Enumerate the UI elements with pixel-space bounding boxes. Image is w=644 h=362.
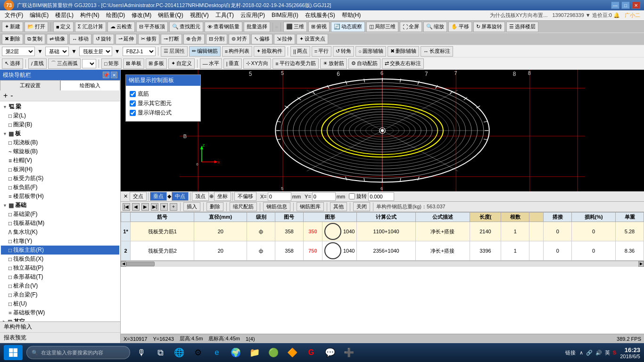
minimize-button[interactable]: — [611,1,619,9]
tree-item-slab-rebar-s[interactable]: □ 板受力筋(S) [1,174,119,183]
no-snap-button[interactable]: 不偏移 [234,192,256,201]
radial-button[interactable]: ☀ 放射筋 [320,58,347,69]
partial-3d-button[interactable]: ◫ 局部三维 [366,22,398,32]
taskbar-plus-icon[interactable]: ➕ [341,345,356,360]
rotate-button[interactable]: ↺ 旋转 [93,34,114,44]
multi-board-button[interactable]: ⊞ 多板 [146,58,167,69]
taskbar-chat-icon[interactable]: 💬 [322,345,338,360]
close-button[interactable]: ✕ [632,1,640,9]
menu-bim[interactable]: BIM应用(I) [269,10,301,20]
taskbar-orange-icon[interactable]: 🔶 [285,345,300,360]
scroll-left-button[interactable]: ◀ [121,261,126,267]
snap-vertex-button[interactable]: 垂点 [150,192,167,201]
element-type-select[interactable]: 筏板主筋 [79,47,112,56]
menu-edit[interactable]: 编辑(E) [27,10,51,20]
insert-button[interactable]: 插入 [183,202,200,211]
tray-arrow-icon[interactable]: ∧ [579,350,583,356]
rect-tool-button[interactable]: □ 矩形 [101,58,122,69]
mirror-button[interactable]: ⇌ 镜像 [47,34,68,44]
rotate-screen-button[interactable]: ↻ 屏幕旋转 [473,22,505,32]
tab-project-settings[interactable]: 工程设置 [0,80,60,90]
panel-pin-button[interactable]: 📌 [103,72,109,78]
tree-item-cap-beam[interactable]: □ 承台梁(F) [1,290,119,299]
level-button[interactable]: ⊟ 平齐板顶 [136,22,168,32]
tree-item-column-stump[interactable]: □ 柱墩(Y) [1,237,119,246]
tray-network-icon[interactable]: 🔗 [586,350,593,356]
align-button[interactable]: ⊜ 对齐 [229,34,250,44]
panel-close-button[interactable]: ✕ [111,72,117,78]
scroll-thumb-h[interactable] [126,262,155,266]
tree-item-standalone-foundation[interactable]: □ 独立基础(P) [1,263,119,272]
rebar-info-button[interactable]: 钢筋信息 [263,202,290,211]
pan-button[interactable]: ✋ 平移 [448,22,472,32]
nav-down-button[interactable]: ▼ [160,203,168,211]
arc-select[interactable] [82,59,96,68]
tree-group-beam[interactable]: ▼ 🏗 梁 [1,102,119,111]
merge-button[interactable]: ⊕ 合并 [183,34,205,44]
swap-mark-button[interactable]: ⇄ 交换左右标注 [382,58,424,69]
menu-file[interactable]: 文件(F) [2,10,26,20]
dynamic-view-button[interactable]: 🔄 动态观察 [331,22,365,32]
auto-button[interactable]: ⚙ 自动配筋 [348,58,380,69]
floor-select[interactable]: 第2层 [2,47,35,56]
vert-button[interactable]: | 垂直 [223,58,242,69]
nav-first-button[interactable]: |◀ [123,203,130,211]
rotate-input[interactable] [368,192,394,201]
tree-item-foundation-band[interactable]: = 基础板带(W) [1,308,119,317]
nav-add-button[interactable]: + [170,203,177,211]
open-button[interactable]: 📂 打开 [25,22,48,32]
tree-expand-button[interactable]: + [2,91,9,100]
menu-element[interactable]: 构件(N) [77,10,102,20]
set-vertex-button[interactable]: ✦ 设置夹点 [297,34,328,44]
menu-draw[interactable]: 绘图(D) [103,10,128,20]
rebar-lib-button[interactable]: 钢筋图库 [297,202,324,211]
snap-midpoint-button[interactable]: 中点 [172,192,189,201]
custom-button[interactable]: ✦ 自定义 [168,58,195,69]
tree-group-foundation[interactable]: ▼ ▦ 基础 [1,201,119,210]
single-board-button[interactable]: ⊠ 单板 [123,58,144,69]
parallel-button[interactable]: = 平行 [312,46,331,57]
move-button[interactable]: ↔ 移动 [69,34,91,44]
three-d-button[interactable]: ⬛ 三维 [283,22,307,32]
menu-help[interactable]: 帮助(H) [339,10,364,20]
tree-item-beam-l[interactable]: □ 梁(L) [1,111,119,120]
checkbox-show-others[interactable]: 显示其它图元 [130,99,197,107]
tree-item-raft-foundation[interactable]: □ 筏板基础(M) [1,219,119,228]
tree-item-column-cap[interactable]: ≡ 柱帽(V) [1,156,119,165]
view-button[interactable]: ⊞ 俯视 [308,22,330,32]
checkbox-show-formula[interactable]: 显示详细公式 [130,109,197,117]
x-input[interactable] [268,192,291,201]
tree-item-circle-beam[interactable]: □ 圈梁(B) [1,120,119,129]
tree-item-spiral-slab[interactable]: ~ 螺旋板(B) [1,147,119,156]
split-button[interactable]: ⊟ 分割 [206,34,227,44]
show-others-checkbox[interactable] [130,100,136,107]
nav-next-button[interactable]: ▶ [141,203,149,211]
taskbar-search[interactable]: 🔍 在这里输入你要搜索的内容 [26,346,130,359]
report-preview-button[interactable]: 报表预览 [0,333,120,344]
arc-tool-button[interactable]: ⌒ 三点画弧 [48,58,81,69]
tree-group-slab[interactable]: ▼ ▦ 板 [1,129,119,138]
length-mark-button[interactable]: ↔ 长度标注 [421,46,453,57]
snap-intersection-button[interactable]: 交点 [130,192,147,201]
taskbar-ie-icon[interactable]: 🌐 [172,345,187,360]
trim-button[interactable]: ✂ 修剪 [138,34,159,44]
tree-item-cast-slab[interactable]: □ 现浇板(B) [1,138,119,147]
define-button[interactable]: ■ 定义 [53,22,74,32]
batch-select-button[interactable]: 批量选择 [244,22,270,32]
taskbar-folder-icon[interactable]: 📁 [247,345,262,360]
tree-item-sump[interactable]: /\ 集水坑(K) [1,228,119,237]
tray-s-icon[interactable]: S [613,350,616,355]
parallel-dist-button[interactable]: ≡ 平行边布受力筋 [272,58,318,69]
tree-item-raft-neg-rebar[interactable]: □ 筏板负筋(X) [1,255,119,263]
table-hscrollbar[interactable]: ◀ ▶ [121,261,644,266]
tree-item-foundation-beam[interactable]: □ 基础梁(F) [1,210,119,219]
taskbar-settings-icon[interactable]: ⚙ [190,345,206,360]
snap-coord-button[interactable]: 坐标 [214,192,231,201]
element-id-select[interactable]: FBZJ-1 [123,47,156,56]
bottom-rebar-checkbox[interactable] [130,91,136,97]
xy-button[interactable]: ⊹ XY方向 [243,58,272,69]
taskbar-taskview-icon[interactable]: ⧉ [153,345,168,360]
menu-rebar-qty[interactable]: 钢筋量(Q) [155,10,186,20]
tab-draw-input[interactable]: 绘图输入 [60,80,121,90]
nav-prev-button[interactable]: ◀ [132,203,140,211]
